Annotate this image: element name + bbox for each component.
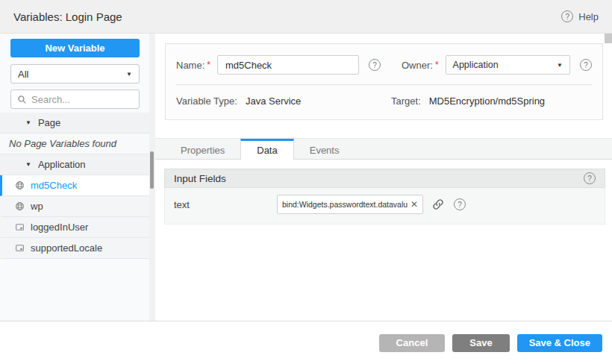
java-service-variable-icon [15,181,25,190]
variable-item-wp[interactable]: wp [0,196,149,217]
link-icon [432,198,444,210]
variable-type-label: Variable Type: [176,95,237,107]
tab-properties[interactable]: Properties [165,139,240,159]
variables-dialog: Variables: Login Page ? Help New Variabl… [0,0,612,364]
scrollbar-thumb[interactable] [150,151,154,189]
owner-help-icon[interactable]: ? [580,59,592,71]
field-label: text [174,199,277,210]
section-help-icon[interactable]: ? [584,172,596,184]
help-label: Help [578,11,599,22]
save-close-button[interactable]: Save & Close [517,334,602,352]
variable-type-value: Java Service [246,95,301,107]
search-icon [17,95,27,104]
variable-summary-card: Name: * ? Owner: * Application ▼ ? Varia… [165,43,603,120]
sidebar-scrollbar[interactable] [149,34,155,321]
variable-label: wp [31,201,43,212]
clear-bind-icon[interactable]: ✕ [408,199,421,210]
help-icon: ? [561,10,573,22]
collapse-caret-icon: ▼ [25,161,31,168]
cancel-button[interactable]: Cancel [379,334,446,352]
bind-link-button[interactable] [432,198,444,210]
chevron-down-icon: ▼ [126,71,132,78]
variable-filter-select[interactable]: All ▼ [10,64,140,84]
name-help-icon[interactable]: ? [369,59,381,71]
page-empty-message: No Page Variables found [0,134,149,154]
sidebar-filler [0,259,149,321]
tab-bar: Properties Data Events [155,138,612,160]
required-marker: * [435,60,439,70]
chevron-down-icon: ▼ [557,62,563,69]
name-label: Name: [176,60,204,71]
static-variable-icon [15,243,25,253]
owner-label: Owner: [402,60,433,71]
static-variable-icon [15,222,25,232]
tab-events[interactable]: Events [294,139,355,159]
target-value: MD5Encryption/md5Spring [429,95,545,107]
java-service-variable-icon [15,201,25,211]
variable-label: loggedInUser [31,222,88,233]
variable-item-md5check[interactable]: md5Check [0,175,149,196]
variable-item-loggedinuser[interactable]: loggedInUser [0,217,149,238]
collapse-caret-icon: ▼ [25,119,31,126]
owner-selected-value: Application [453,60,499,70]
tree-group-application[interactable]: ▼ Application [0,154,149,175]
target-label: Target: [391,95,421,107]
dialog-header: Variables: Login Page ? Help [0,0,612,34]
sidebar: New Variable All ▼ ▼ Page No Page Variab… [0,34,155,321]
dialog-footer: Cancel Save Save & Close [0,321,612,364]
variable-label: md5Check [31,180,77,191]
required-marker: * [207,60,210,70]
field-help-icon[interactable]: ? [454,198,466,210]
owner-select[interactable]: Application ▼ [446,55,570,75]
tree-group-page[interactable]: ▼ Page [0,113,149,134]
scrollbar-corner [605,34,612,43]
variable-label: supportedLocale [31,242,102,254]
group-label: Page [38,117,60,128]
page-title: Variables: Login Page [13,10,122,23]
input-field-row: text ✕ ? [164,188,605,225]
variable-item-supportedlocale[interactable]: supportedLocale [0,238,149,259]
main-panel: Name: * ? Owner: * Application ▼ ? Varia… [155,34,612,321]
save-button[interactable]: Save [452,334,509,352]
name-input[interactable] [217,55,359,75]
bind-expression-box: ✕ [277,195,423,214]
input-fields-section: Input Fields ? text ✕ ? [164,169,605,225]
group-label: Application [38,159,86,170]
variable-tree: ▼ Page No Page Variables found ▼ Applica… [0,113,149,259]
section-title: Input Fields [174,173,226,184]
tab-data[interactable]: Data [240,139,293,160]
new-variable-button[interactable]: New Variable [10,39,140,57]
bind-expression-input[interactable] [282,200,408,209]
filter-selected-value: All [18,69,28,80]
search-box[interactable] [10,90,140,109]
search-input[interactable] [31,94,133,105]
help-button[interactable]: ? Help [561,10,599,22]
